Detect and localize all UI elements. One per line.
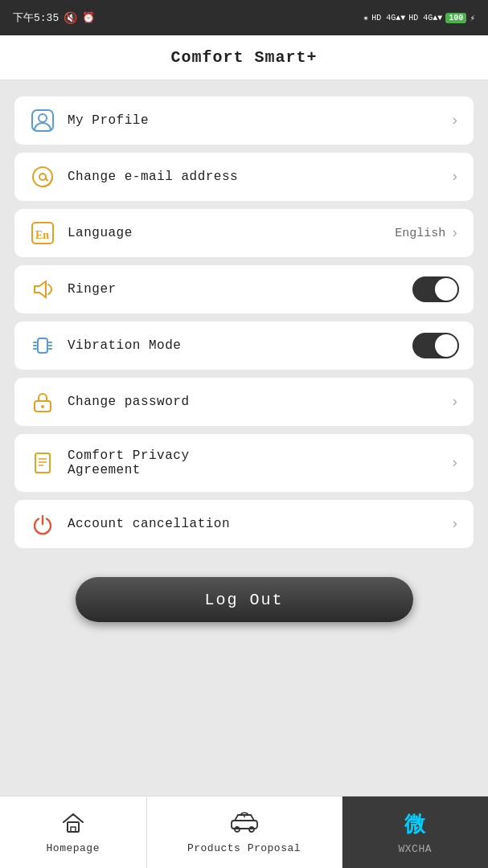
signal-icon: HD 4G▲▼: [408, 14, 442, 23]
change-password-item[interactable]: Change password ›: [14, 378, 474, 426]
main-content: My Profile › Change e-mail address › En …: [0, 80, 488, 638]
svg-point-23: [235, 827, 240, 832]
ringer-toggle-knob: [435, 278, 457, 301]
chevron-icon: ›: [450, 113, 459, 129]
car-icon: [228, 811, 260, 837]
bottom-nav: Homepage Products Proposal 微 WXCHA: [0, 796, 488, 868]
change-password-label: Change password: [68, 395, 450, 409]
status-right: ✶ HD 4G▲▼ HD 4G▲▼ 100 ⚡: [363, 13, 475, 23]
home-icon: [61, 811, 85, 837]
svg-point-1: [39, 114, 47, 122]
privacy-label-line2: Agreement: [68, 463, 450, 477]
bluetooth-icon: ✶: [363, 13, 369, 23]
svg-point-15: [41, 405, 44, 408]
privacy-label: Comfort Privacy Agreement: [68, 448, 450, 477]
4g-hd-icon: HD 4G▲▼: [371, 14, 405, 23]
account-cancel-label: Account cancellation: [68, 517, 450, 531]
language-label: Language: [68, 226, 395, 240]
charging-icon: ⚡: [470, 13, 475, 23]
chevron-icon: ›: [450, 394, 459, 410]
at-icon: [29, 163, 56, 190]
vibration-item[interactable]: Vibration Mode: [14, 321, 474, 370]
vibration-toggle-knob: [435, 334, 457, 357]
vibration-label: Vibration Mode: [68, 338, 412, 353]
app-title: Comfort Smart+: [170, 48, 317, 67]
alarm-icon: ⏰: [82, 11, 95, 24]
doc-icon: [29, 449, 56, 477]
svg-rect-7: [38, 338, 47, 353]
account-cancel-item[interactable]: Account cancellation ›: [14, 500, 474, 548]
chevron-icon: ›: [450, 225, 459, 241]
wxcha-logo-icon: 微: [404, 810, 425, 838]
wxcha-label: WXCHA: [398, 843, 432, 855]
svg-rect-16: [35, 453, 50, 473]
mute-icon: 🔇: [64, 11, 77, 25]
svg-marker-6: [35, 281, 46, 297]
chevron-icon: ›: [450, 455, 459, 471]
nav-homepage[interactable]: Homepage: [0, 796, 147, 868]
ringer-item[interactable]: Ringer: [14, 265, 474, 313]
homepage-label: Homepage: [47, 842, 100, 854]
lock-icon: [29, 388, 56, 416]
svg-point-3: [39, 174, 46, 180]
battery-icon: 100: [445, 13, 466, 23]
nav-wxcha[interactable]: 微 WXCHA: [342, 796, 489, 868]
lang-icon: En: [29, 219, 56, 247]
my-profile-label: My Profile: [68, 113, 450, 128]
privacy-item[interactable]: Comfort Privacy Agreement ›: [14, 434, 474, 492]
logout-container: Log Out: [14, 577, 474, 622]
logout-button[interactable]: Log Out: [76, 577, 413, 622]
privacy-label-line1: Comfort Privacy: [68, 448, 450, 463]
app-header: Comfort Smart+: [0, 35, 488, 80]
nav-products-proposal[interactable]: Products Proposal: [147, 796, 342, 868]
ringer-label: Ringer: [68, 282, 412, 297]
time-display: 下午5:35: [13, 10, 59, 25]
vibration-toggle[interactable]: [412, 333, 459, 358]
chevron-icon: ›: [450, 516, 459, 532]
vibrate-icon: [29, 332, 56, 359]
products-proposal-label: Products Proposal: [187, 842, 301, 854]
person-icon: [29, 107, 56, 134]
svg-text:En: En: [35, 229, 49, 241]
change-email-item[interactable]: Change e-mail address ›: [14, 153, 474, 201]
speaker-icon: [29, 276, 56, 303]
language-item[interactable]: En Language English ›: [14, 209, 474, 257]
power-icon: [29, 510, 56, 538]
status-left: 下午5:35 🔇 ⏰: [13, 10, 95, 25]
language-value: English: [395, 227, 445, 240]
status-bar: 下午5:35 🔇 ⏰ ✶ HD 4G▲▼ HD 4G▲▼ 100 ⚡: [0, 0, 488, 35]
change-email-label: Change e-mail address: [68, 170, 450, 184]
my-profile-item[interactable]: My Profile ›: [14, 96, 474, 145]
chevron-icon: ›: [450, 169, 459, 185]
svg-point-25: [244, 816, 245, 817]
svg-point-24: [249, 827, 254, 832]
ringer-toggle[interactable]: [412, 276, 459, 302]
